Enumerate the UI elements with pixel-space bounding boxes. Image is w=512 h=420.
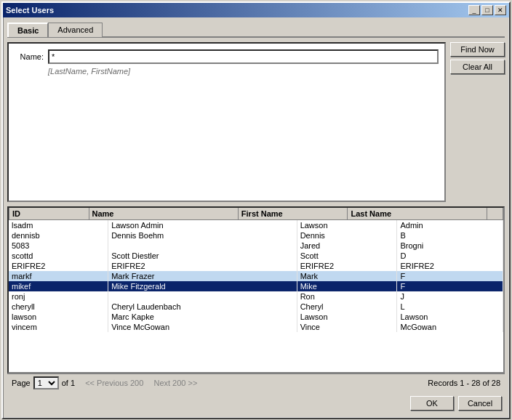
clear-all-button[interactable]: Clear All [450, 60, 505, 74]
title-controls: _ □ ✕ [468, 5, 506, 15]
name-label: Name: [15, 52, 44, 61]
minimize-button[interactable]: _ [468, 5, 480, 15]
table-row[interactable]: markfMark FrazerMarkF [9, 271, 503, 281]
table-row[interactable]: scottdScott DiestlerScottD [9, 251, 503, 261]
col-scroll-spacer [487, 208, 503, 220]
window-body: Basic Advanced Name: [LastName, FirstNam… [3, 17, 509, 418]
table-row[interactable]: lawsonMarc KapkeLawsonLawson [9, 312, 503, 322]
table-row[interactable]: cheryllCheryl LaudenbachCherylL [9, 302, 503, 312]
results-table-container: ID Name First Name Last Name lsadmLawson… [7, 206, 505, 373]
close-button[interactable]: ✕ [495, 5, 506, 15]
prev-button[interactable]: << Previous 200 [85, 379, 143, 387]
page-left: Page 1 of 1 << Previous 200 Next 200 >> [12, 376, 197, 389]
results-table-body[interactable]: lsadmLawson AdminLawsonAdmindennisbDenni… [9, 220, 503, 372]
tabs-container: Basic Advanced [7, 22, 505, 38]
name-input[interactable] [48, 49, 439, 64]
find-now-button[interactable]: Find Now [450, 42, 505, 57]
bottom-buttons: OK Cancel [7, 392, 505, 413]
table-row[interactable]: 5083JaredBrogni [9, 241, 503, 251]
ok-button[interactable]: OK [410, 396, 454, 411]
search-panel: Name: [LastName, FirstName] [7, 42, 446, 202]
table-row[interactable]: vincemVince McGowanVinceMcGowan [9, 322, 503, 332]
table-row[interactable]: dennisbDennis BoehmDennisB [9, 230, 503, 241]
page-select[interactable]: 1 [33, 376, 59, 389]
pagination-bar: Page 1 of 1 << Previous 200 Next 200 >> … [7, 373, 505, 392]
of-label: of 1 [62, 379, 75, 387]
col-id: ID [9, 208, 89, 220]
select-users-dialog: Select Users _ □ ✕ Basic Advanced Name: [1, 1, 511, 419]
page-label: Page [12, 379, 31, 387]
table-row[interactable]: lsadmLawson AdminLawsonAdmin [9, 220, 503, 230]
col-name: Name [89, 208, 238, 220]
records-info: Records 1 - 28 of 28 [428, 379, 500, 387]
main-content: Name: [LastName, FirstName] Find Now Cle… [7, 42, 505, 202]
action-buttons: Find Now Clear All [450, 42, 505, 202]
next-button[interactable]: Next 200 >> [153, 379, 197, 387]
title-bar: Select Users _ □ ✕ [3, 3, 509, 17]
col-lastname: Last Name [348, 208, 487, 220]
table-row[interactable]: ERIFRE2ERIFRE2ERIFRE2ERIFRE2 [9, 261, 503, 271]
table-row[interactable]: mikefMike FitzgeraldMikeF [9, 281, 503, 291]
cancel-button[interactable]: Cancel [458, 396, 502, 411]
maximize-button[interactable]: □ [481, 5, 493, 15]
name-hint: [LastName, FirstName] [48, 67, 439, 76]
results-table-header: ID Name First Name Last Name [9, 208, 503, 220]
col-firstname: First Name [238, 208, 348, 220]
window-title: Select Users [6, 6, 54, 15]
name-field-row: Name: [15, 49, 439, 64]
tab-advanced[interactable]: Advanced [48, 23, 103, 37]
table-row[interactable]: ronjRonJ [9, 291, 503, 302]
results-table: lsadmLawson AdminLawsonAdmindennisbDenni… [9, 220, 503, 332]
tab-basic[interactable]: Basic [7, 23, 48, 37]
